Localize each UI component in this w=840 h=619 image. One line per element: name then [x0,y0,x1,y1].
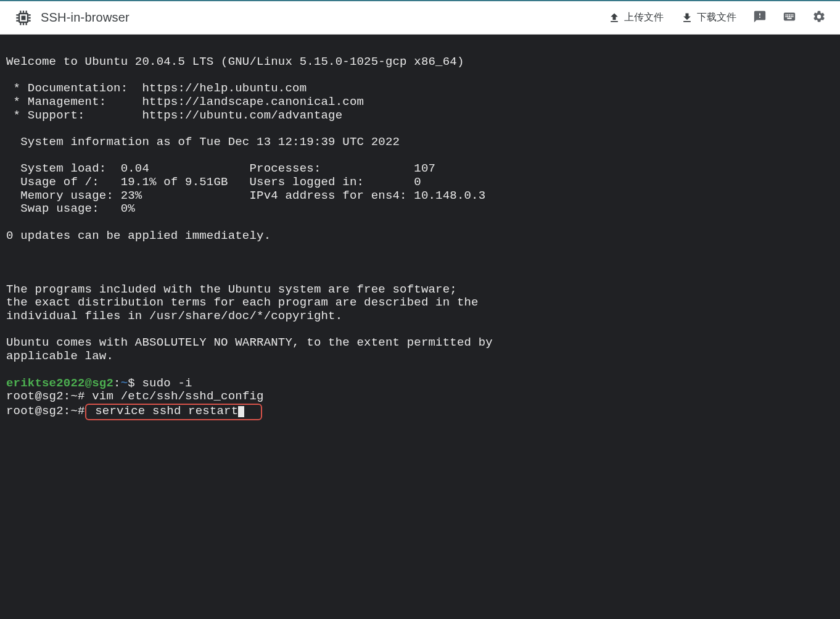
settings-button[interactable] [807,6,831,30]
terminal-line: * Support: https://ubuntu.com/advantage [6,109,342,122]
header-bar: SSH-in-browser 上传文件 下载文件 [0,1,840,35]
upload-icon [608,12,620,24]
prompt-sep: : [64,389,71,403]
highlighted-command-box: service sshd restart [85,404,262,420]
terminal-line: The programs included with the Ubuntu sy… [6,283,457,296]
terminal-line: * Management: https://landscape.canonica… [6,95,364,109]
header-right: 上传文件 下载文件 [602,6,831,30]
terminal-line: Welcome to Ubuntu 20.04.5 LTS (GNU/Linux… [6,55,464,69]
prompt-symbol: # [78,404,85,418]
terminal-line: Ubuntu comes with ABSOLUTELY NO WARRANTY… [6,336,493,349]
terminal-line: * Documentation: https://help.ubuntu.com [6,81,307,95]
prompt-user: root@sg2 [6,389,64,403]
prompt-user: root@sg2 [6,404,64,418]
prompt-sep: : [64,404,71,418]
feedback-button[interactable] [747,6,772,30]
download-label: 下载文件 [697,11,736,24]
terminal-line: System load: 0.04 Processes: 107 [6,162,435,175]
terminal-line: individual files in /usr/share/doc/*/cop… [6,309,342,323]
ssh-chip-icon [15,9,32,27]
prompt-user: eriktse2022@sg2 [6,376,113,390]
header-left: SSH-in-browser [15,9,130,27]
prompt-command: vim /etc/ssh/sshd_config [92,389,263,403]
prompt-path: ~ [70,404,78,418]
prompt-command: service sshd restart [88,404,239,418]
terminal-line: applicable law. [6,349,113,363]
prompt-sep: : [113,376,121,390]
feedback-icon [753,10,767,26]
keyboard-button[interactable] [777,6,802,30]
terminal-line: System information as of Tue Dec 13 12:1… [6,135,400,149]
prompt-path: ~ [70,389,78,403]
upload-file-button[interactable]: 上传文件 [602,7,670,28]
terminal-line: Memory usage: 23% IPv4 address for ens4:… [6,189,485,202]
keyboard-icon [783,10,796,26]
terminal-line: Usage of /: 19.1% of 9.51GB Users logged… [6,175,421,189]
terminal-line: the exact distribution terms for each pr… [6,296,479,309]
download-file-button[interactable]: 下载文件 [675,7,743,28]
download-icon [681,12,693,24]
upload-label: 上传文件 [624,11,664,24]
prompt-symbol: $ [128,376,142,390]
svg-rect-1 [22,15,26,20]
gear-icon [812,10,826,26]
header-title: SSH-in-browser [41,10,130,25]
prompt-command: sudo -i [142,376,192,390]
terminal-line: 0 updates can be applied immediately. [6,229,271,243]
terminal-area[interactable]: Welcome to Ubuntu 20.04.5 LTS (GNU/Linux… [0,35,840,428]
prompt-symbol: # [78,389,92,403]
prompt-path: ~ [121,376,128,390]
terminal-line: Swap usage: 0% [6,202,135,215]
terminal-cursor [238,406,244,417]
